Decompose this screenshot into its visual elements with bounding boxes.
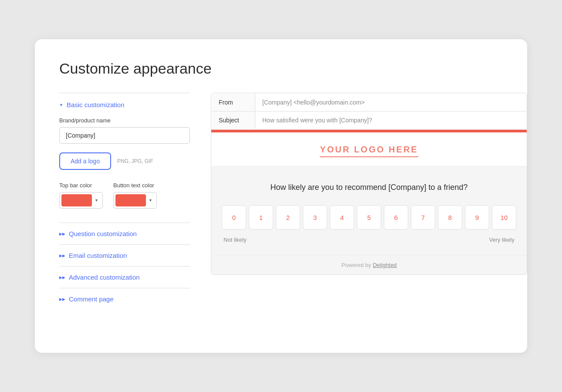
- nps-button-7[interactable]: 7: [411, 205, 435, 230]
- top-divider: [59, 93, 190, 93]
- top-bar-color-label: Top bar color: [59, 182, 103, 189]
- subject-value: How satisfied were you with [Company]?: [255, 112, 527, 129]
- page-title: Customize appearance: [59, 60, 503, 77]
- add-logo-button[interactable]: Add a logo: [59, 152, 111, 170]
- layout: Basic customization Brand/product name A…: [59, 93, 503, 310]
- button-color-dropdown-arrow-icon: ▼: [148, 198, 153, 203]
- nps-button-5[interactable]: 5: [357, 205, 381, 230]
- color-dropdown-arrow-icon: ▼: [94, 198, 99, 203]
- email-meta-table: From [Company] <hello@yourdomain.com> Su…: [211, 93, 527, 129]
- top-bar-color-swatch: [61, 194, 92, 206]
- preview-survey-area: How likely are you to recommend [Company…: [211, 166, 527, 255]
- button-text-color-label: Button text color: [113, 182, 157, 189]
- right-panel: From [Company] <hello@yourdomain.com> Su…: [211, 93, 527, 275]
- preview-footer: Powered by Delighted: [211, 255, 527, 274]
- question-customization-header[interactable]: ▶ Question customization: [59, 230, 190, 237]
- nps-button-2[interactable]: 2: [276, 205, 300, 230]
- preview-logo-area: YoUR Logo HERE: [211, 132, 527, 166]
- chevron-right-icon-2: ▶: [59, 275, 65, 280]
- advanced-customization-label: Advanced customization: [69, 274, 140, 281]
- brand-name-group: Brand/product name: [59, 117, 190, 144]
- brand-name-input[interactable]: [59, 127, 190, 144]
- from-row: From [Company] <hello@yourdomain.com>: [212, 94, 527, 112]
- nps-scale: 0 1 2 3 4 5 6 7 8 9 10: [222, 205, 516, 230]
- basic-customization-header[interactable]: Basic customization: [59, 101, 190, 108]
- very-likely-label: Very likely: [489, 237, 515, 243]
- advanced-customization-section: ▶ Advanced customization: [59, 266, 190, 288]
- nps-button-0[interactable]: 0: [222, 205, 246, 230]
- question-customization-section: ▶ Question customization: [59, 223, 190, 244]
- comment-page-label: Comment page: [69, 295, 114, 303]
- logo-placeholder: YoUR Logo HERE: [320, 145, 418, 157]
- nps-button-3[interactable]: 3: [303, 205, 327, 230]
- nps-button-1[interactable]: 1: [249, 205, 273, 230]
- question-customization-label: Question customization: [69, 230, 137, 237]
- nps-button-4[interactable]: 4: [330, 205, 354, 230]
- footer-text: Powered by: [341, 262, 371, 268]
- button-text-color-swatch: [115, 194, 146, 206]
- basic-customization-label: Basic customization: [67, 101, 125, 108]
- nps-button-9[interactable]: 9: [465, 205, 489, 230]
- email-customization-label: Email customization: [69, 252, 127, 259]
- color-row: Top bar color ▼ Button text color ▼: [59, 182, 190, 209]
- email-customization-section: ▶ Email customization: [59, 244, 190, 266]
- left-panel: Basic customization Brand/product name A…: [59, 93, 190, 310]
- email-meta-wrapper: From [Company] <hello@yourdomain.com> Su…: [211, 93, 527, 130]
- chevron-right-icon-0: ▶: [59, 232, 65, 236]
- from-label: From: [212, 94, 255, 112]
- button-text-color-group: Button text color ▼: [113, 182, 157, 209]
- chevron-right-icon-1: ▶: [59, 253, 65, 258]
- subject-row: Subject How satisfied were you with [Com…: [212, 112, 527, 129]
- footer-link[interactable]: Delighted: [373, 262, 397, 268]
- advanced-customization-header[interactable]: ▶ Advanced customization: [59, 274, 190, 281]
- survey-question: How likely are you to recommend [Company…: [222, 182, 516, 193]
- nps-button-8[interactable]: 8: [438, 205, 462, 230]
- from-value: [Company] <hello@yourdomain.com>: [255, 94, 527, 112]
- main-card: Customize appearance Basic customization…: [35, 39, 527, 353]
- not-likely-label: Not likely: [223, 237, 247, 243]
- chevron-down-icon: [59, 102, 63, 107]
- email-preview-box: YoUR Logo HERE How likely are you to rec…: [211, 130, 527, 275]
- nps-labels: Not likely Very likely: [222, 237, 516, 243]
- comment-page-section: ▶ Comment page: [59, 288, 190, 310]
- logo-hint: PNG, JPG, GIF: [117, 158, 153, 164]
- email-customization-header[interactable]: ▶ Email customization: [59, 252, 190, 259]
- nps-button-6[interactable]: 6: [384, 205, 408, 230]
- comment-page-header[interactable]: ▶ Comment page: [59, 295, 190, 303]
- nps-button-10[interactable]: 10: [492, 205, 516, 230]
- chevron-right-icon-3: ▶: [59, 297, 65, 301]
- top-bar-color-picker[interactable]: ▼: [59, 192, 103, 209]
- top-bar-color-group: Top bar color ▼: [59, 182, 103, 209]
- brand-name-label: Brand/product name: [59, 117, 190, 124]
- button-text-color-picker[interactable]: ▼: [113, 192, 157, 209]
- logo-row: Add a logo PNG, JPG, GIF: [59, 152, 190, 170]
- subject-label: Subject: [212, 112, 255, 129]
